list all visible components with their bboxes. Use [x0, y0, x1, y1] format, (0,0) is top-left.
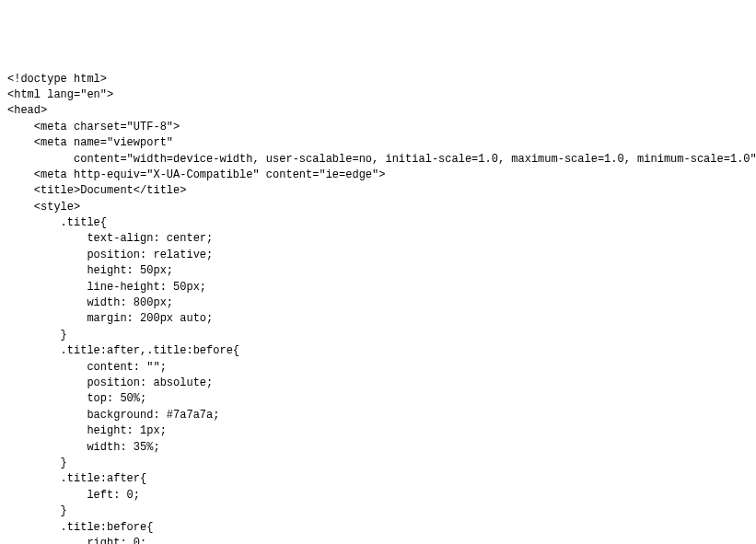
- code-line: height: 1px;: [7, 424, 167, 437]
- code-line: <style>: [7, 201, 80, 214]
- code-line: .title:before{: [7, 521, 153, 534]
- code-line: margin: 200px auto;: [7, 312, 213, 325]
- code-line: left: 0;: [7, 489, 140, 502]
- code-line: <head>: [7, 104, 47, 117]
- code-line: .title:after,.title:before{: [7, 344, 239, 357]
- code-line: <meta charset="UTF-8">: [7, 121, 180, 133]
- code-line: }: [7, 457, 67, 469]
- code-line: content: "";: [7, 361, 167, 374]
- code-snippet: <!doctype html> <html lang="en"> <head> …: [7, 72, 749, 544]
- code-line: width: 35%;: [7, 441, 160, 454]
- code-line: height: 50px;: [7, 264, 173, 277]
- code-line: <meta name="viewport": [7, 136, 173, 149]
- code-line: top: 50%;: [7, 392, 146, 405]
- code-line: text-align: center;: [7, 232, 213, 245]
- code-line: <meta http-equiv="X-UA-Compatible" conte…: [7, 168, 385, 181]
- code-line: right: 0;: [7, 537, 146, 544]
- code-line: <title>Document</title>: [7, 184, 186, 197]
- code-line: background: #7a7a7a;: [7, 409, 219, 422]
- code-line: <!doctype html>: [7, 73, 107, 86]
- code-line: }: [7, 504, 67, 517]
- code-line: content="width=device-width, user-scalab…: [7, 153, 756, 166]
- code-line: line-height: 50px;: [7, 281, 206, 294]
- code-line: width: 800px;: [7, 296, 173, 309]
- code-line: .title:after{: [7, 472, 146, 485]
- code-line: position: absolute;: [7, 376, 213, 389]
- code-line: <html lang="en">: [7, 88, 113, 101]
- code-line: position: relative;: [7, 249, 213, 261]
- code-line: .title{: [7, 216, 107, 229]
- code-line: }: [7, 329, 67, 341]
